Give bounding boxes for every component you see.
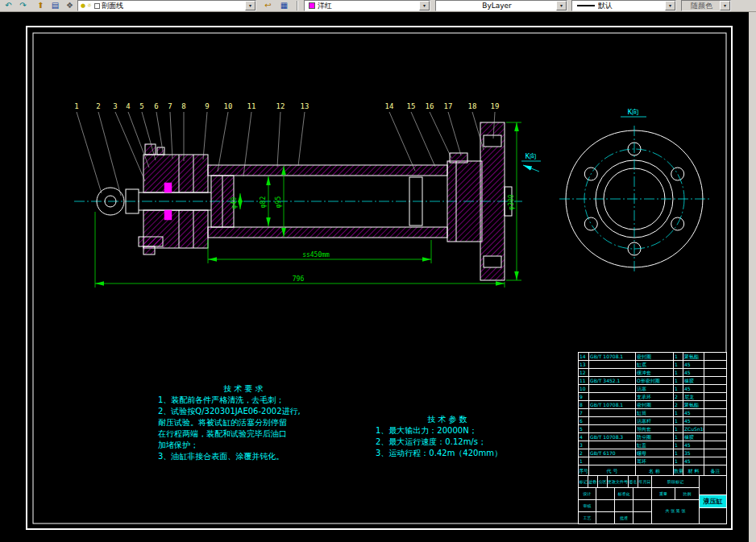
- parts-cell-note: [704, 425, 726, 432]
- scale-label: 比例: [675, 488, 699, 500]
- title-block-cell: [633, 488, 651, 499]
- make-layer-current-icon[interactable]: ⬆: [34, 0, 48, 11]
- linetype-control[interactable]: ByLayer ▾: [435, 0, 567, 11]
- color-control-arrow[interactable]: ▾: [419, 1, 430, 10]
- layer-on-icon: ●: [80, 1, 86, 10]
- weight-label: 重量: [652, 488, 675, 500]
- parts-row: 6活塞杆145: [579, 417, 726, 425]
- parts-cell-mat: 45: [683, 441, 704, 449]
- redo-icon[interactable]: ↷: [16, 0, 30, 11]
- title-block-row: 设计标准化: [579, 488, 651, 500]
- tech-req-line: 在行程两端，装配和试验完毕后油口: [158, 428, 329, 440]
- parts-cell-mat: 聚氨酯: [683, 353, 704, 360]
- callout-number: 12: [276, 102, 285, 110]
- callout-number: 16: [426, 102, 434, 110]
- layer-control[interactable]: ● ☼ 剖面线 ▾: [77, 0, 256, 11]
- title-block-cell: [633, 512, 651, 524]
- k-direction-annotation: K向: [521, 152, 541, 172]
- parts-cell-qty: 2: [674, 401, 683, 408]
- parts-cell-code: [589, 417, 636, 424]
- tech-req-line: 2、试验按Q/320301JAE06-2002进行,: [158, 406, 329, 417]
- parts-cell-name: 螺母: [636, 449, 674, 457]
- title-block-cell: 更改文件号: [608, 476, 629, 487]
- nut-bottom: [143, 246, 155, 254]
- lineweight-control[interactable]: 默认 ▾: [571, 0, 676, 11]
- title-block-cell: 签名: [629, 476, 638, 487]
- parts-cell-mat: ZCuSn10: [683, 425, 704, 432]
- callout-number: 14: [385, 102, 394, 110]
- parts-cell-seq: 3: [579, 441, 589, 449]
- parts-cell-seq: 2: [579, 449, 589, 457]
- title-block-cell: 批准: [615, 512, 633, 524]
- parts-cell-qty: 1: [674, 441, 683, 449]
- title-block-row: 审核: [579, 500, 651, 512]
- part-name-cell: 液压缸: [700, 495, 726, 508]
- parts-cell-name: 缓冲套: [636, 369, 674, 376]
- layer-color-chip: [94, 3, 100, 9]
- color-swatch-magenta: [309, 2, 315, 9]
- parts-list-header: 序号 代 号 名 称 数量 材 料 备注: [579, 465, 726, 476]
- dim-total-length: 796: [293, 275, 305, 283]
- layer-previous-icon[interactable]: ↩: [261, 0, 275, 11]
- callout-number: 3: [113, 102, 117, 110]
- parts-cell-seq: 1: [579, 457, 589, 465]
- parts-header-name: 名 称: [636, 465, 674, 475]
- parts-cell-mat: 45: [683, 361, 704, 368]
- lineweight-control-arrow[interactable]: ▾: [665, 1, 675, 10]
- plotstyle-control-value: 随颜色: [683, 1, 720, 11]
- k-direction-label: K向: [525, 152, 537, 160]
- parts-cell-code: [589, 457, 636, 465]
- k-view-label: K向: [628, 108, 639, 116]
- parts-row: 11GB/T 3452.1O形密封圈1橡胶: [579, 377, 726, 385]
- parts-cell-mat: 45: [683, 409, 704, 416]
- parts-cell-code: GB/T 6170: [589, 449, 636, 457]
- bolt-hole: [671, 168, 684, 180]
- layer-control-arrow[interactable]: ▾: [245, 1, 255, 10]
- layer-states-icon[interactable]: ❖: [63, 0, 77, 11]
- parts-cell-qty: 1: [674, 409, 683, 416]
- parts-row: 3缸盖145: [579, 441, 726, 449]
- linetype-control-value: ByLayer: [438, 2, 556, 10]
- parts-list-body: 14GB/T 10708.1密封圈1聚氨酯13缸底14512缓冲套14511GB…: [579, 353, 726, 465]
- parts-cell-mat: 35: [683, 449, 704, 457]
- tech-req-line: 耐压试验。将被试缸的活塞分别停留: [158, 417, 329, 428]
- dim-flange-dia: φ300: [508, 194, 515, 209]
- title-block-cell: 工艺: [579, 512, 596, 524]
- parts-cell-name: 活塞: [636, 385, 674, 392]
- parts-cell-note: [704, 449, 726, 457]
- parts-cell-seq: 7: [579, 409, 589, 416]
- parts-cell-seq: 13: [579, 361, 589, 368]
- callout-number: 7: [168, 102, 172, 110]
- parts-cell-note: [704, 441, 726, 449]
- color-control[interactable]: 洋红 ▾: [304, 0, 430, 11]
- tech-requirements-title: 技 术 要 求: [158, 383, 329, 395]
- title-block-row: 工艺批准: [579, 512, 651, 524]
- parts-cell-code: [589, 409, 636, 416]
- title-block-middle: 阶段标记 重量 比例 共 张 第 张: [651, 476, 700, 524]
- plotstyle-control: 随颜色 ▾: [681, 0, 731, 11]
- title-block-cell: 审核: [579, 500, 596, 511]
- parts-row: 2GB/T 6170螺母135: [579, 449, 726, 457]
- callout-number: 5: [139, 102, 143, 110]
- parts-cell-note: [704, 417, 726, 424]
- undo-icon[interactable]: ↶: [2, 0, 15, 11]
- layers-icon[interactable]: ▤: [48, 0, 62, 11]
- tech-parameters: 技 术 参 数 1、最大输出力：20000N； 2、最大运行速度：0.12m/s…: [376, 414, 519, 459]
- parts-cell-qty: 1: [674, 353, 683, 360]
- parts-cell-seq: 12: [579, 369, 589, 376]
- properties-icon[interactable]: ▦: [277, 0, 291, 11]
- plotstyle-control-arrow: ▾: [720, 1, 730, 10]
- k-view-title: K向: [621, 108, 646, 117]
- parts-cell-seq: 9: [579, 393, 589, 400]
- toolbar-separator: [297, 1, 298, 10]
- parts-cell-note: [704, 361, 726, 368]
- linetype-control-arrow[interactable]: ▾: [556, 1, 567, 10]
- lineweight-control-value: 默认: [598, 1, 613, 11]
- callout-number: 13: [301, 102, 309, 110]
- title-block-cell: [633, 500, 651, 511]
- window-edge: [749, 0, 756, 542]
- title-block-right: 液压缸: [700, 476, 726, 524]
- drawing-number-cell: [700, 476, 726, 495]
- callout-number: 8: [181, 102, 185, 110]
- callout-number: 2: [96, 102, 100, 110]
